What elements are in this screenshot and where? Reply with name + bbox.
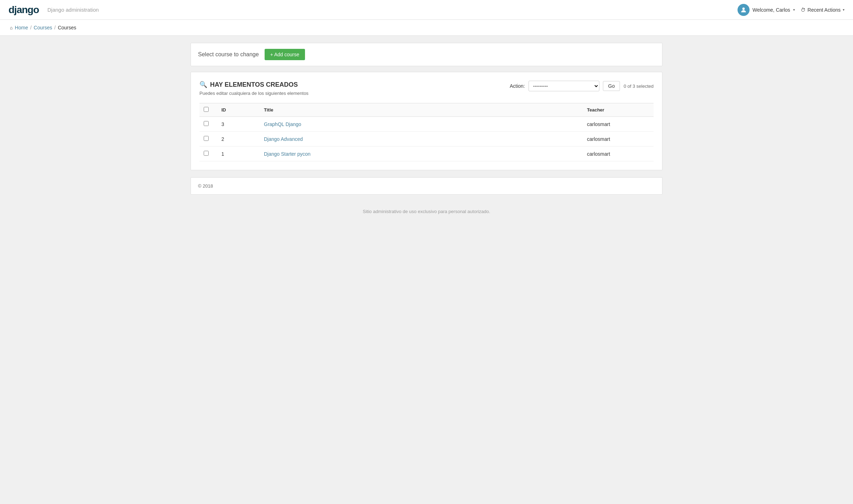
search-icon: 🔍 <box>199 81 207 88</box>
row-checkbox-cell <box>199 147 217 161</box>
recent-actions-chevron: ▾ <box>843 8 844 12</box>
row-teacher: carlosmart <box>583 117 654 132</box>
selected-count: 0 of 3 selected <box>623 84 654 89</box>
recent-actions-label: Recent Actions <box>808 7 841 13</box>
breadcrumb-home[interactable]: Home <box>15 25 28 30</box>
action-select-label: Action: <box>510 83 525 89</box>
row-checkbox-cell <box>199 132 217 147</box>
row-teacher: carlosmart <box>583 132 654 147</box>
course-link[interactable]: Django Advanced <box>264 136 303 142</box>
row-checkbox[interactable] <box>204 136 209 141</box>
col-header-id: ID <box>217 103 260 117</box>
panel-subtitle: Puedes editar cualquiera de los siguient… <box>199 91 309 96</box>
copyright-text: © 2018 <box>198 183 213 189</box>
breadcrumb-sep-2: / <box>54 25 56 30</box>
add-course-button[interactable]: + Add course <box>265 49 305 60</box>
row-id: 2 <box>217 132 260 147</box>
header-right: Welcome, Carlos ▾ ⏱ Recent Actions ▾ <box>738 4 844 16</box>
row-title: Django Advanced <box>260 132 583 147</box>
course-link[interactable]: Django Starter pycon <box>264 151 311 157</box>
table-header: ID Title Teacher <box>199 103 654 117</box>
clock-icon: ⏱ <box>801 7 806 13</box>
row-checkbox[interactable] <box>204 121 209 126</box>
select-all-checkbox[interactable] <box>204 107 209 112</box>
site-footer-text: Sitio administrativo de uso exclusivo pa… <box>363 209 490 214</box>
table-row: 1Django Starter pyconcarlosmart <box>199 147 654 161</box>
table-row: 3GraphQL Djangocarlosmart <box>199 117 654 132</box>
course-link[interactable]: GraphQL Django <box>264 121 301 127</box>
welcome-text: Welcome, Carlos <box>752 7 790 13</box>
action-section: Action: --------- Go 0 of 3 selected <box>510 81 654 91</box>
col-header-teacher: Teacher <box>583 103 654 117</box>
django-logo: django <box>9 4 39 16</box>
breadcrumb: ⌂ Home / Courses / Courses <box>0 20 853 36</box>
row-teacher: carlosmart <box>583 147 654 161</box>
row-checkbox-cell <box>199 117 217 132</box>
row-title: GraphQL Django <box>260 117 583 132</box>
row-id: 1 <box>217 147 260 161</box>
action-select[interactable]: --------- <box>529 81 599 91</box>
breadcrumb-current: Courses <box>58 25 76 30</box>
breadcrumb-sep-1: / <box>30 25 32 30</box>
svg-point-0 <box>742 7 745 10</box>
site-footer: Sitio administrativo de uso exclusivo pa… <box>0 202 853 221</box>
go-button[interactable]: Go <box>603 81 620 91</box>
action-bar-label: Select course to change <box>198 51 259 58</box>
copyright-bar: © 2018 <box>191 177 662 195</box>
action-bar: Select course to change + Add course <box>191 43 662 66</box>
panel-title: 🔍 HAY ELEMENTOS CREADOS <box>199 81 309 88</box>
row-title: Django Starter pycon <box>260 147 583 161</box>
user-chevron: ▾ <box>793 8 795 12</box>
courses-table: ID Title Teacher 3GraphQL Djangocarlosma… <box>199 103 654 161</box>
home-icon: ⌂ <box>10 25 13 30</box>
header: django Django administration Welcome, Ca… <box>0 0 853 20</box>
breadcrumb-courses-parent[interactable]: Courses <box>34 25 52 30</box>
header-checkbox-cell <box>199 103 217 117</box>
row-checkbox[interactable] <box>204 151 209 156</box>
panel-title-section: 🔍 HAY ELEMENTOS CREADOS Puedes editar cu… <box>199 81 309 96</box>
admin-title: Django administration <box>47 7 738 13</box>
table-body: 3GraphQL Djangocarlosmart2Django Advance… <box>199 117 654 161</box>
col-header-title: Title <box>260 103 583 117</box>
table-row: 2Django Advancedcarlosmart <box>199 132 654 147</box>
panel-header: 🔍 HAY ELEMENTOS CREADOS Puedes editar cu… <box>199 81 654 96</box>
recent-actions-menu[interactable]: ⏱ Recent Actions ▾ <box>801 7 844 13</box>
row-id: 3 <box>217 117 260 132</box>
table-header-row: ID Title Teacher <box>199 103 654 117</box>
user-menu[interactable]: Welcome, Carlos ▾ <box>738 4 795 16</box>
main-content: Select course to change + Add course 🔍 H… <box>182 36 671 202</box>
content-panel: 🔍 HAY ELEMENTOS CREADOS Puedes editar cu… <box>191 72 662 170</box>
avatar <box>738 4 750 16</box>
